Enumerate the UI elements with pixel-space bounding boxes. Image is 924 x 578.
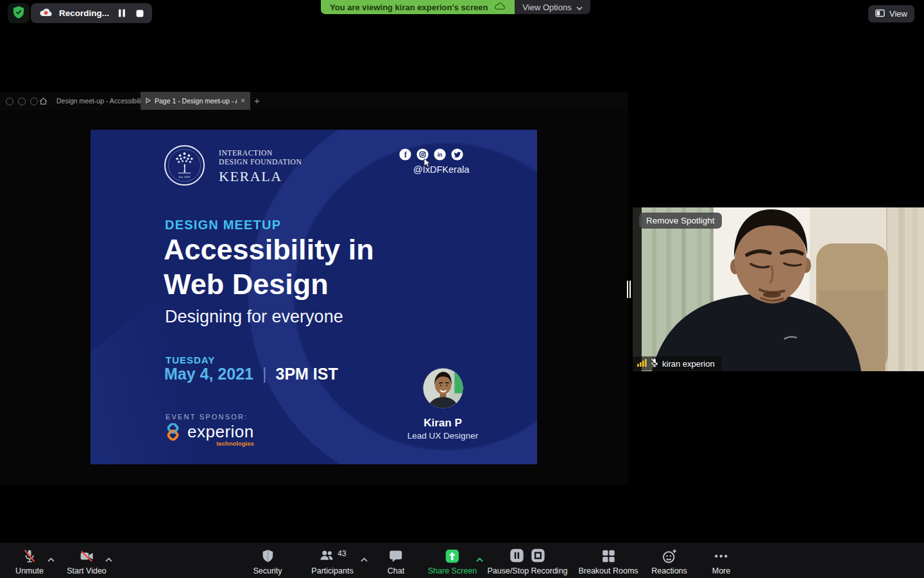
share-screen-button[interactable]: Share Screen xyxy=(424,547,481,576)
ixdf-wordmark: INTERACTION DESIGN FOUNDATION KERALA xyxy=(219,148,302,185)
slide-title-line2: Web Design xyxy=(164,267,374,302)
top-bar: Recording... You are viewing kiran exper… xyxy=(0,0,924,27)
ixdf-est-text: Est. 2002 xyxy=(179,175,191,179)
sponsor-name: experion xyxy=(187,422,254,441)
reactions-button[interactable]: Reactions xyxy=(647,547,691,576)
sponsor-label: EVENT SPONSOR: xyxy=(166,413,248,421)
participants-icon xyxy=(318,547,335,566)
screen-share-banner: You are viewing kiran experion's screen … xyxy=(321,0,590,14)
participant-video-feed xyxy=(633,207,924,371)
video-options-chevron[interactable] xyxy=(104,553,114,565)
stop-recording-button[interactable] xyxy=(136,10,144,17)
twitter-icon[interactable] xyxy=(451,148,463,163)
ellipsis-icon xyxy=(713,548,730,565)
banner-text: You are viewing kiran experion's screen xyxy=(330,3,488,12)
participants-button[interactable]: 43 Participants xyxy=(307,547,357,576)
video-panel-drag-handle[interactable] xyxy=(627,281,631,298)
speaker-avatar xyxy=(423,368,463,411)
sponsor-logo: experion technologies xyxy=(164,423,254,443)
social-handle: @IxDFKerala xyxy=(413,164,469,175)
home-icon[interactable] xyxy=(38,96,48,109)
unmute-button[interactable]: Unmute xyxy=(12,547,47,576)
experion-mark-icon xyxy=(164,423,182,443)
speaker-block: Kiran P Lead UX Designer xyxy=(402,368,483,441)
pause-icon xyxy=(509,548,525,565)
audio-options-chevron[interactable] xyxy=(46,553,56,565)
presentation-slide: Est. 2002 INTERACTION DESIGN FOUNDATION … xyxy=(90,130,537,464)
window-zoom-button[interactable] xyxy=(30,98,38,105)
svg-text:in: in xyxy=(438,152,443,158)
event-time: 3PM IST xyxy=(276,365,338,383)
muted-mic-icon xyxy=(21,548,38,565)
participant-name: kiran experion xyxy=(662,359,715,369)
more-button[interactable]: More xyxy=(708,547,734,576)
pause-recording-button[interactable] xyxy=(118,9,126,17)
sponsor-tagline: technologies xyxy=(216,440,254,447)
sponsor-wordmark: experion technologies xyxy=(187,423,254,441)
security-button[interactable]: Security xyxy=(249,547,286,576)
signal-strength-icon xyxy=(637,359,647,369)
smiley-plus-icon xyxy=(661,548,678,565)
participant-video-tile[interactable]: Remove Spotlight kiran experion xyxy=(633,207,924,371)
org-line3: KERALA xyxy=(219,168,302,185)
chevron-down-icon xyxy=(576,3,583,12)
browser-tab-active[interactable]: Page 1 - Design meet-up - Accessib... × xyxy=(141,92,250,110)
ixdf-kerala-logo: Est. 2002 INTERACTION DESIGN FOUNDATION … xyxy=(164,144,302,189)
facebook-icon[interactable]: f xyxy=(399,148,411,163)
chat-bubble-icon xyxy=(388,548,404,565)
speaker-role: Lead UX Designer xyxy=(402,431,483,441)
breakout-grid-icon xyxy=(601,548,616,565)
chat-button[interactable]: Chat xyxy=(384,547,408,576)
presentation-play-icon xyxy=(146,97,151,105)
cloud-icon xyxy=(494,2,506,12)
encryption-shield-button[interactable] xyxy=(8,3,30,23)
window-minimize-button[interactable] xyxy=(18,98,26,105)
slide-title-line1: Accessibility in xyxy=(164,232,374,267)
event-day: TUESDAY xyxy=(166,355,215,365)
window-close-button[interactable] xyxy=(6,98,13,105)
presenter-cursor xyxy=(424,158,431,171)
participant-name-tag: kiran experion xyxy=(633,356,721,371)
ixdf-emblem-icon: Est. 2002 xyxy=(164,144,205,189)
new-tab-button[interactable]: + xyxy=(254,92,260,110)
view-button[interactable]: View xyxy=(868,5,914,22)
viewing-screen-banner: You are viewing kiran experion's screen xyxy=(321,0,515,14)
schedule-divider: | xyxy=(262,365,267,383)
linkedin-icon[interactable]: in xyxy=(434,148,446,163)
zoom-meeting-window: Recording... You are viewing kiran exper… xyxy=(0,0,924,578)
remove-spotlight-button[interactable]: Remove Spotlight xyxy=(639,213,722,229)
muted-camera-icon xyxy=(78,548,95,565)
slide-eyebrow: DESIGN MEETUP xyxy=(165,218,281,232)
social-icons: f in xyxy=(399,148,463,163)
breakout-rooms-button[interactable]: Breakout Rooms xyxy=(574,547,642,576)
recording-label: Recording... xyxy=(59,8,109,18)
browser-tab-inactive[interactable]: Design meet-up - Accessibility xyxy=(56,92,146,110)
start-video-button[interactable]: Start Video xyxy=(63,547,110,576)
meeting-toolbar: Unmute Start Video Security 43 xyxy=(0,543,924,578)
recording-indicator: Recording... xyxy=(31,3,152,23)
browser-tab-bar: Design meet-up - Accessibility Page 1 - … xyxy=(0,92,628,110)
speaker-name: Kiran P xyxy=(402,417,483,430)
window-controls xyxy=(6,98,38,105)
event-schedule: May 4, 2021 | 3PM IST xyxy=(164,365,338,383)
slide-title: Accessibility in Web Design xyxy=(164,232,374,302)
layout-view-icon xyxy=(875,9,885,19)
shield-check-icon xyxy=(12,5,25,22)
view-options-button[interactable]: View Options xyxy=(515,0,590,14)
event-date: May 4, 2021 xyxy=(164,365,253,383)
pause-stop-recording-button[interactable]: Pause/Stop Recording xyxy=(483,547,571,576)
stop-icon xyxy=(531,548,546,565)
tab-close-icon[interactable]: × xyxy=(241,96,245,105)
org-line2: DESIGN FOUNDATION xyxy=(219,157,302,166)
participants-options-chevron[interactable] xyxy=(359,553,369,565)
slide-subtitle: Designing for everyone xyxy=(165,307,343,327)
share-screen-icon xyxy=(445,548,460,565)
org-line1: INTERACTION xyxy=(219,148,302,157)
shield-icon xyxy=(259,548,276,565)
participants-count: 43 xyxy=(338,549,346,558)
cloud-recording-icon xyxy=(39,7,53,20)
muted-mic-icon xyxy=(651,358,658,369)
